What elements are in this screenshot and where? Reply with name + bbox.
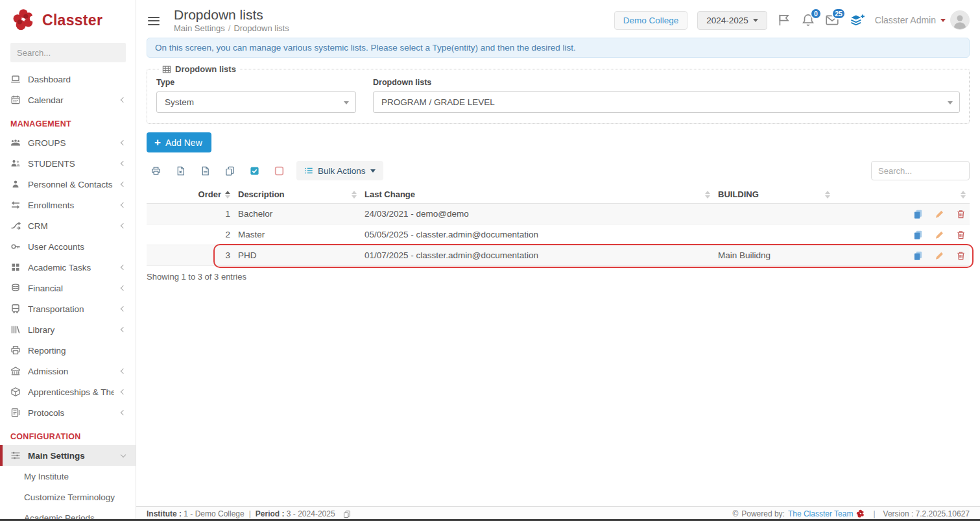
quick-add-button[interactable] [849,13,865,28]
chevron-left-icon [121,410,126,415]
dropdown-lists-label: Dropdown lists [373,78,960,87]
sidebar-item-main-settings[interactable]: Main Settings [0,445,136,466]
user-menu[interactable]: Classter Admin [875,10,970,30]
sidebar-item-transportation[interactable]: Transportation [0,298,136,319]
export-excel-button[interactable] [171,164,190,178]
select-all-button[interactable] [245,164,264,178]
table-summary: Showing 1 to 3 of 3 entries [147,272,970,282]
edit-button[interactable] [935,250,944,261]
sidebar-item-apprenticeships-thesis[interactable]: Apprenticeships & Thesis [0,382,136,402]
delete-button[interactable] [956,209,966,219]
table-search-input[interactable] [871,161,970,180]
trash-icon [956,209,966,219]
pencil-icon [935,250,944,261]
deselect-all-button[interactable] [270,164,289,178]
delete-button[interactable] [956,250,966,261]
flags-button[interactable] [777,13,791,27]
info-banner: On this screen, you can manage various s… [147,38,970,58]
bank-icon [10,366,21,376]
csv-file-icon [200,166,210,176]
duplicate-button[interactable] [913,250,923,261]
sidebar-item-financial[interactable]: Financial [0,278,136,298]
period-value: 3 - 2024-2025 [287,509,335,518]
checked-checkbox-icon [250,166,259,176]
duplicate-button[interactable] [913,209,923,219]
classter-logo-icon [856,509,865,518]
flag-icon [777,13,791,27]
students-icon [10,158,21,169]
menu-toggle-button[interactable] [148,17,160,25]
export-csv-button[interactable] [196,164,215,178]
chevron-left-icon [121,161,126,166]
printer-icon [151,166,161,176]
notifications-button[interactable]: 0 [801,13,815,27]
copy-icon [913,230,923,240]
table-row[interactable]: 1 Bachelor 24/03/2021 - demo@demo [147,204,970,224]
table-icon [162,65,171,74]
sidebar-item-academic-tasks[interactable]: Academic Tasks [0,257,136,278]
sidebar-item-groups[interactable]: GROUPS [0,132,136,153]
excel-file-icon [176,166,185,176]
layers-plus-icon [849,13,865,28]
sidebar-item-library[interactable]: Library [0,319,136,340]
breadcrumb: Main Settings/Dropdown lists [174,23,289,34]
content: On this screen, you can manage various s… [136,38,980,506]
sidebar-item-dashboard[interactable]: Dashboard [0,69,136,90]
duplicate-button[interactable] [913,230,923,240]
sidebar-item-personnel-contacts[interactable]: Personnel & Contacts [0,174,136,195]
sliders-icon [10,450,21,461]
dropdown-list-select[interactable]: PROGRAM / GRADE LEVEL [373,91,960,113]
sidebar-item-reporting[interactable]: Reporting [0,340,136,361]
sidebar-item-students[interactable]: STUDENTS [0,153,136,174]
institute-value: 1 - Demo College [184,509,244,518]
copy-button[interactable] [221,164,239,178]
books-icon [10,324,21,335]
add-new-button[interactable]: +Add New [147,132,211,152]
edit-button[interactable] [935,209,944,219]
sidebar-item-calendar[interactable]: Calendar [0,90,136,110]
academic-period-button[interactable]: 2024-2025 [697,11,767,30]
table-row[interactable]: 2 Master 05/05/2025 - classter.admin@doc… [147,224,970,245]
sidebar-item-crm[interactable]: CRM [0,215,136,236]
fieldset-legend: Dropdown lists [159,64,239,74]
sort-icon [705,191,710,199]
chevron-left-icon [121,265,126,270]
clipboard-icon [10,407,21,418]
bus-icon [10,304,21,314]
bulk-actions-button[interactable]: Bulk Actions [296,161,383,180]
list-icon [304,166,313,175]
table-row-highlighted[interactable]: 3 PHD 01/07/2025 - classter.admin@docume… [147,245,970,266]
main-area: Dropdown lists Main Settings/Dropdown li… [136,0,980,521]
cube-icon [10,387,21,397]
classter-team-link[interactable]: The Classter Team [788,509,853,518]
sort-icon [825,191,830,199]
column-header-order[interactable]: Order [147,187,234,204]
breadcrumb-parent[interactable]: Main Settings [174,23,225,33]
messages-button[interactable]: 25 [825,13,839,27]
sidebar-item-protocols[interactable]: Protocols [0,402,136,423]
copy-context-button[interactable] [343,510,351,518]
type-select[interactable]: System [156,91,356,113]
sidebar-item-admission[interactable]: Admission [0,361,136,382]
institution-button[interactable]: Demo College [614,11,688,30]
version-text: Version : 7.2.2025.10627 [883,509,970,518]
delete-button[interactable] [956,230,966,240]
column-header-actions[interactable] [834,187,970,204]
brand[interactable]: Classter [0,0,136,38]
sidebar-search-input[interactable] [10,43,126,62]
sidebar-item-customize-terminology[interactable]: Customize Terminology [0,487,136,507]
chevron-left-icon [121,140,126,145]
column-header-description[interactable]: Description [234,187,361,204]
caret-down-icon [940,19,946,22]
column-header-last-change[interactable]: Last Change [361,187,714,204]
edit-button[interactable] [935,230,944,240]
sidebar-item-enrollments[interactable]: Enrollments [0,195,136,215]
chevron-left-icon [121,202,126,208]
empty-checkbox-icon [274,166,284,176]
column-header-building[interactable]: BUILDING [714,187,834,204]
print-button[interactable] [147,164,165,178]
sidebar-item-user-accounts[interactable]: User Accounts [0,236,136,257]
sidebar-item-my-institute[interactable]: My Institute [0,466,136,487]
chevron-left-icon [121,389,126,394]
topbar: Dropdown lists Main Settings/Dropdown li… [136,0,980,38]
